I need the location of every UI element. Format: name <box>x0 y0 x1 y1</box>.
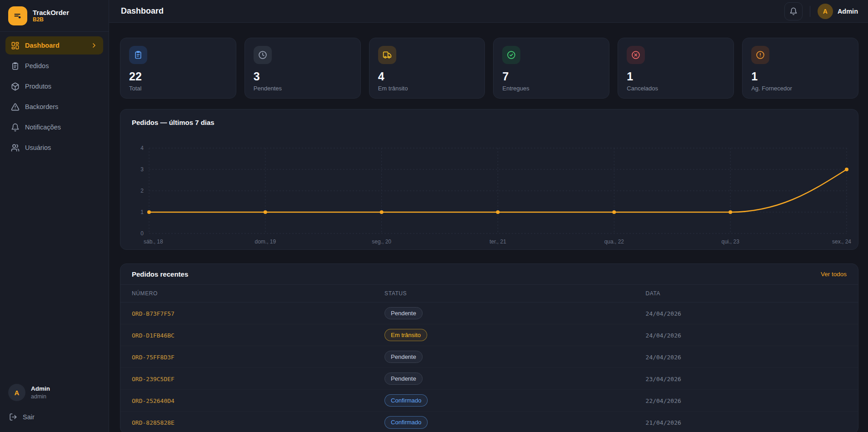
clock-icon <box>254 46 272 64</box>
svg-text:sáb., 18: sáb., 18 <box>144 238 163 245</box>
logout-icon <box>9 413 17 421</box>
stat-label: Ag. Fornecedor <box>751 85 849 92</box>
alert-triangle-icon <box>11 103 20 111</box>
stat-value: 7 <box>502 70 600 83</box>
sidebar-item-label: Dashboard <box>25 42 60 49</box>
stat-label: Cancelados <box>627 85 725 92</box>
stat-value: 1 <box>627 70 725 83</box>
status-badge: Pendente <box>384 307 423 320</box>
status-badge: Confirmado <box>384 416 428 429</box>
stat-card-cancelados: 1 Cancelados <box>618 38 734 99</box>
sidebar-divider <box>0 31 109 32</box>
svg-text:dom., 19: dom., 19 <box>254 238 276 245</box>
svg-text:4: 4 <box>140 145 144 151</box>
order-number-link[interactable]: ORD-75FF8D3F <box>132 354 175 361</box>
stat-card-total: 22 Total <box>120 38 236 99</box>
table-row[interactable]: ORD-D1FB46BC Em trânsito 24/04/2026 <box>120 324 858 346</box>
order-number-link[interactable]: ORD-252640D4 <box>132 397 175 404</box>
column-header-status: STATUS <box>384 285 646 303</box>
svg-text:qui., 23: qui., 23 <box>721 238 739 245</box>
truck-icon <box>378 46 396 64</box>
bell-icon <box>11 123 20 132</box>
stat-label: Total <box>129 85 227 92</box>
stats-row: 22 Total 3 Pendentes 4 Em trânsito 7 Ent… <box>120 38 858 99</box>
sidebar-item-usuarios[interactable]: Usuários <box>5 139 103 157</box>
header-divider <box>810 6 810 17</box>
sidebar-item-label: Notificações <box>25 124 61 131</box>
sidebar-nav: Dashboard Pedidos Produtos Backorders No… <box>0 36 109 157</box>
sidebar-user-username: admin <box>31 393 50 400</box>
sidebar-user-name: Admin <box>31 385 50 393</box>
order-date: 22/04/2026 <box>646 397 681 404</box>
status-badge: Em trânsito <box>384 329 427 342</box>
sidebar-item-backorders[interactable]: Backorders <box>5 98 103 116</box>
bell-icon <box>789 7 798 15</box>
table-row[interactable]: ORD-239C5DEF Pendente 23/04/2026 <box>120 368 858 390</box>
page-title: Dashboard <box>121 6 164 16</box>
sidebar-item-dashboard[interactable]: Dashboard <box>5 36 103 55</box>
app-name: TrackOrder <box>33 9 69 16</box>
stat-label: Pendentes <box>254 85 352 92</box>
sidebar-item-label: Usuários <box>25 144 51 151</box>
clipboard-icon <box>11 62 20 70</box>
svg-text:sex., 24: sex., 24 <box>832 238 851 245</box>
order-date: 24/04/2026 <box>646 310 681 317</box>
notifications-button[interactable] <box>784 2 803 20</box>
app-badge: B2B <box>33 17 69 23</box>
package-icon <box>11 82 20 91</box>
sidebar-user-card: A Admin admin <box>8 384 100 401</box>
stat-card-pendentes: 3 Pendentes <box>244 38 361 99</box>
svg-text:2: 2 <box>140 188 144 194</box>
sidebar-item-pedidos[interactable]: Pedidos <box>5 57 103 75</box>
avatar[interactable]: A <box>818 4 833 19</box>
sidebar-item-notificacoes[interactable]: Notificações <box>5 118 103 136</box>
svg-text:qua., 22: qua., 22 <box>604 238 624 245</box>
svg-text:3: 3 <box>140 166 144 173</box>
check-circle-icon <box>502 46 520 64</box>
order-number-link[interactable]: ORD-D1FB46BC <box>132 332 175 339</box>
stat-label: Entregues <box>502 85 600 92</box>
stat-value: 22 <box>129 70 227 83</box>
sidebar-item-produtos[interactable]: Produtos <box>5 77 103 95</box>
dashboard-icon <box>11 41 20 50</box>
table-row[interactable]: ORD-8285828E Confirmado 21/04/2026 <box>120 412 858 432</box>
status-badge: Pendente <box>384 372 423 385</box>
order-date: 23/04/2026 <box>646 376 681 382</box>
table-row[interactable]: ORD-75FF8D3F Pendente 24/04/2026 <box>120 346 858 368</box>
app-logo: TrackOrder B2B <box>0 0 109 31</box>
logout-button[interactable]: Sair <box>8 411 100 423</box>
column-header-data: DATA <box>646 285 858 303</box>
recent-orders-card: Pedidos recentes Ver todos NÚMERO STATUS… <box>120 263 858 432</box>
column-header-numero: NÚMERO <box>120 285 384 303</box>
order-number-link[interactable]: ORD-239C5DEF <box>132 376 175 382</box>
table-row[interactable]: ORD-B73F7F57 Pendente 24/04/2026 <box>120 303 858 324</box>
recent-orders-table: NÚMERO STATUS DATA ORD-B73F7F57 Pendente… <box>120 285 858 432</box>
order-number-link[interactable]: ORD-8285828E <box>132 419 175 426</box>
main-content: 22 Total 3 Pendentes 4 Em trânsito 7 Ent… <box>109 23 868 432</box>
order-date: 21/04/2026 <box>646 419 681 426</box>
avatar: A <box>8 384 25 401</box>
sidebar: TrackOrder B2B Dashboard Pedidos Produto… <box>0 0 109 432</box>
view-all-link[interactable]: Ver todos <box>821 271 847 278</box>
sidebar-item-label: Pedidos <box>25 62 49 70</box>
stat-value: 4 <box>378 70 476 83</box>
chart-title: Pedidos — últimos 7 dias <box>120 119 858 126</box>
sidebar-item-label: Produtos <box>25 83 51 90</box>
table-row[interactable]: ORD-252640D4 Confirmado 22/04/2026 <box>120 390 858 412</box>
orders-chart-card: Pedidos — últimos 7 dias 01234sáb., 18do… <box>120 109 858 250</box>
recent-orders-title: Pedidos recentes <box>132 270 188 278</box>
sidebar-item-label: Backorders <box>25 103 58 110</box>
app-logo-icon <box>8 6 27 25</box>
orders-line-chart: 01234sáb., 18dom., 19seg., 20ter., 21qua… <box>120 129 858 247</box>
stat-card-entregues: 7 Entregues <box>493 38 609 99</box>
order-date: 24/04/2026 <box>646 332 681 339</box>
svg-text:1: 1 <box>140 209 144 215</box>
stat-value: 1 <box>751 70 849 83</box>
users-icon <box>11 144 20 152</box>
x-circle-icon <box>627 46 645 64</box>
logout-label: Sair <box>23 413 35 421</box>
stat-label: Em trânsito <box>378 85 476 92</box>
order-number-link[interactable]: ORD-B73F7F57 <box>132 310 175 317</box>
stat-card-agfornecedor: 1 Ag. Fornecedor <box>742 38 858 99</box>
svg-text:0: 0 <box>140 230 144 237</box>
